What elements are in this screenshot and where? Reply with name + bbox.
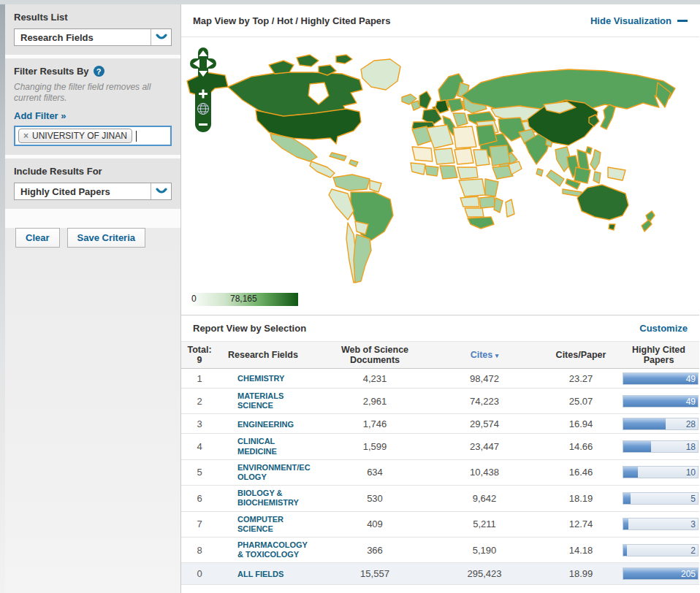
research-field-link[interactable]: PHARMACOLOGY & TOXICOLOGY [237, 540, 311, 559]
results-list-dropdown[interactable]: Research Fields [14, 28, 172, 46]
hide-visualization-link[interactable]: Hide Visualization [590, 15, 688, 26]
niger-region[interactable] [454, 148, 473, 164]
cites-cell: 10,438 [430, 467, 539, 478]
arctic2-region[interactable] [297, 55, 319, 66]
japan-region[interactable] [601, 104, 615, 129]
research-field-link[interactable]: ALL FIELDS [237, 570, 311, 579]
add-filter-link[interactable]: Add Filter » [14, 110, 66, 121]
research-field-link[interactable]: BIOLOGY & BIOCHEMISTRY [237, 489, 311, 508]
tasmania-region[interactable] [609, 224, 615, 230]
column-header-cites-sorted[interactable]: Cites ▾ [430, 350, 539, 360]
help-icon[interactable]: ? [94, 66, 104, 77]
chad-region[interactable] [473, 150, 490, 166]
mauritania-region[interactable] [412, 147, 433, 161]
field-cell: BIOLOGY & BIOCHEMISTRY [218, 489, 320, 508]
argentina-region[interactable] [354, 234, 371, 283]
cites-cell: 295,423 [430, 568, 539, 579]
cameroon-region[interactable] [457, 167, 478, 179]
research-field-link[interactable]: CHEMISTRY [237, 374, 311, 383]
research-field-link[interactable]: ENGINEERING [237, 420, 311, 429]
ghana-region[interactable] [425, 166, 438, 176]
camerica-region[interactable] [310, 161, 335, 177]
cuba-region[interactable] [330, 153, 346, 161]
nigeria-region[interactable] [440, 166, 457, 179]
balkans-region[interactable] [453, 113, 468, 126]
sort-descending-icon: ▾ [495, 352, 499, 359]
research-field-link[interactable]: ENVIRONMENT/ECOLOGY [237, 463, 311, 482]
sudan-region[interactable] [490, 145, 510, 166]
highly-cited-papers-cell: 2 [623, 544, 699, 556]
borneo-region[interactable] [574, 167, 590, 183]
ireland-region[interactable] [411, 101, 420, 110]
rank-cell: 0 [181, 568, 218, 579]
taiwan-region[interactable] [586, 147, 592, 154]
customize-link[interactable]: Customize [639, 323, 688, 334]
mali-region[interactable] [434, 148, 454, 164]
column-header-research-fields[interactable]: Research Fields [218, 350, 320, 360]
clear-button[interactable]: Clear [15, 228, 60, 248]
drc-region[interactable] [459, 179, 485, 196]
newguinea-region[interactable] [608, 167, 625, 180]
column-header-cites-per-paper[interactable]: Cites/Paper [539, 350, 623, 360]
cites-cell: 74,223 [430, 396, 539, 407]
map-pan-control[interactable] [190, 47, 216, 80]
remove-filter-icon[interactable]: × [23, 131, 28, 141]
hcp-bar-track: 205 [623, 567, 699, 580]
table-row: 8PHARMACOLOGY & TOXICOLOGY3665,19014.182 [181, 537, 699, 563]
brazil-region[interactable] [351, 192, 393, 240]
column-header-wos-documents[interactable]: Web of Science Documents [320, 345, 430, 366]
kenya-region[interactable] [485, 179, 498, 196]
map-zoom-control[interactable] [195, 85, 211, 132]
bolivia-region[interactable] [355, 221, 368, 234]
namibia-region[interactable] [465, 208, 484, 217]
hcp-value: 5 [691, 494, 696, 504]
somalia-region[interactable] [509, 161, 522, 175]
rank-cell: 1 [181, 373, 218, 384]
column-header-highly-cited-papers[interactable]: Highly Cited Papers [623, 345, 699, 366]
research-field-link[interactable]: CLINICAL MEDICINE [237, 437, 311, 456]
mozambique-region[interactable] [494, 198, 503, 213]
philippines-region[interactable] [590, 150, 601, 170]
madagascar-region[interactable] [506, 199, 514, 217]
include-results-dropdown[interactable]: Highly Cited Papers [14, 183, 172, 200]
highly-cited-papers-cell: 49 [623, 395, 699, 408]
research-field-link[interactable]: MATERIALS SCIENCE [237, 391, 311, 410]
arctic4-region[interactable] [336, 55, 352, 64]
australia-region[interactable] [577, 185, 628, 220]
include-results-section: Include Results For Highly Cited Papers [5, 158, 180, 209]
sumatra-region[interactable] [547, 170, 564, 186]
srilanka-region[interactable] [536, 169, 543, 176]
table-row: 6BIOLOGY & BIOCHEMISTRY5309,64218.195 [181, 486, 699, 511]
table-row: 2MATERIALS SCIENCE2,96174,22325.0749 [181, 389, 699, 414]
uk-region[interactable] [419, 91, 431, 109]
peru-region[interactable] [329, 189, 354, 220]
angola-region[interactable] [460, 196, 479, 207]
rank-cell: 5 [181, 467, 218, 478]
poland-region[interactable] [447, 99, 463, 112]
world-choropleth-map[interactable] [181, 40, 699, 288]
hispaniola-region[interactable] [349, 160, 358, 167]
wos-documents-cell: 2,961 [320, 396, 430, 407]
java-region[interactable] [563, 189, 582, 196]
hcp-value: 18 [686, 442, 696, 452]
senegal-region[interactable] [411, 163, 425, 175]
arctic1-region[interactable] [269, 61, 294, 74]
filter-input[interactable]: × UNIVERSITY OF JINAN [14, 126, 172, 146]
colombia-region[interactable] [333, 175, 370, 191]
highly-cited-papers-cell: 205 [623, 567, 699, 580]
greenland-region[interactable] [361, 59, 400, 90]
chevron-down-icon[interactable] [151, 183, 171, 199]
guyanas-region[interactable] [370, 180, 381, 192]
hcp-value: 49 [686, 397, 696, 407]
save-criteria-button[interactable]: Save Criteria [67, 228, 146, 248]
cites-per-paper-cell: 18.99 [539, 568, 623, 579]
chevron-down-icon[interactable] [151, 29, 171, 45]
table-row: 0ALL FIELDS15,557295,42318.99205 [181, 563, 699, 585]
zambia-region[interactable] [479, 196, 495, 208]
hcp-bar-fill [623, 519, 628, 529]
nz2-region[interactable] [642, 220, 652, 232]
southafrica-region[interactable] [468, 217, 494, 229]
sulawesi-region[interactable] [593, 172, 601, 183]
research-field-link[interactable]: COMPUTER SCIENCE [237, 515, 311, 534]
libya-region[interactable] [453, 126, 476, 148]
